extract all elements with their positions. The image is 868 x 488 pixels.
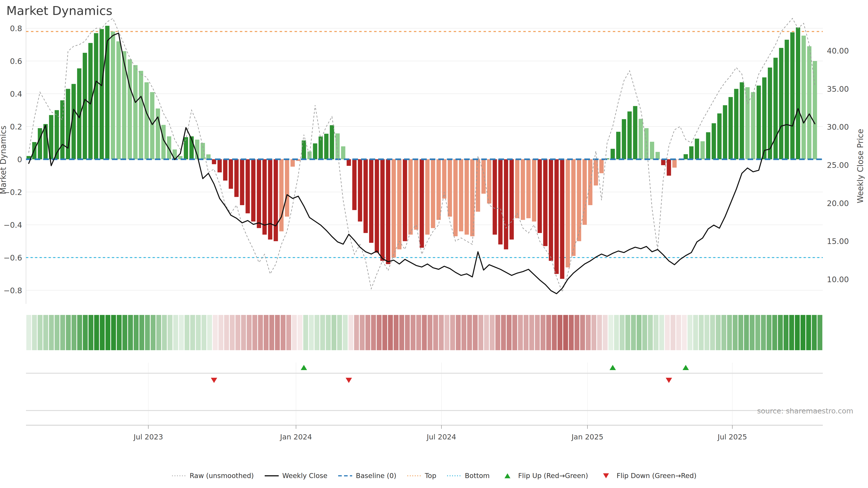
heat-cell: [569, 315, 574, 350]
legend-sample-line: [338, 473, 352, 479]
dynamics-bar: [577, 159, 581, 241]
left-axis-label: Market Dynamics: [0, 126, 8, 194]
heat-cell: [755, 315, 761, 350]
dynamics-bar: [712, 123, 716, 160]
heat-cell: [428, 315, 433, 350]
dynamics-bar: [487, 159, 491, 203]
heat-cell: [693, 315, 698, 350]
dynamics-bar: [532, 159, 536, 222]
heat-cell: [247, 315, 252, 350]
dynamics-bar: [706, 132, 710, 159]
dynamics-bar: [375, 159, 379, 253]
flip-down-marker: [346, 378, 352, 383]
flip-up-marker: [301, 365, 307, 370]
legend-sample-line: [264, 473, 279, 479]
dynamics-bar: [246, 159, 250, 213]
dynamics-bar: [201, 143, 205, 160]
heat-cell: [252, 315, 257, 350]
heat-cell: [806, 315, 811, 350]
dynamics-bar: [251, 159, 255, 222]
flip-up-marker: [610, 365, 616, 370]
dynamics-bar: [60, 100, 65, 159]
dynamics-bar: [802, 36, 806, 159]
left-tick-label: −0.2: [3, 188, 22, 197]
heat-cell: [676, 315, 681, 350]
dynamics-bar: [425, 159, 430, 235]
heat-cell: [388, 315, 393, 350]
dynamics-bar: [139, 71, 143, 160]
heat-cell: [174, 315, 178, 350]
heat-cell: [100, 315, 105, 350]
dynamics-bar: [599, 159, 603, 173]
heat-cell: [320, 315, 325, 350]
dynamics-bar: [380, 159, 385, 261]
dynamics-bar: [717, 113, 721, 159]
heat-cell: [156, 315, 161, 350]
dynamics-bar: [150, 92, 154, 159]
dynamics-bar: [128, 59, 132, 159]
dynamics-bar: [364, 159, 368, 233]
dynamics-bars: [26, 26, 823, 279]
heat-cell: [411, 315, 416, 350]
dynamics-bar: [324, 134, 329, 159]
legend-label: Raw (unsmoothed): [190, 472, 254, 480]
heat-cell: [72, 315, 76, 350]
heat-cell: [580, 315, 585, 350]
heat-cell: [66, 315, 71, 350]
dynamics-bar: [414, 159, 418, 230]
heat-cell: [535, 315, 540, 350]
heat-cell: [241, 315, 246, 350]
legend-sample-triangle-down: [598, 473, 614, 479]
heat-cell: [637, 315, 642, 350]
dynamics-bar: [347, 159, 351, 166]
dynamics-bar: [145, 82, 149, 159]
heat-cell: [207, 315, 212, 350]
heat-cell: [298, 315, 303, 350]
dynamics-bar: [745, 87, 749, 159]
left-tick-label: −0.6: [3, 253, 22, 262]
dynamics-bar: [454, 159, 458, 236]
heat-cell: [767, 315, 772, 350]
right-tick-label: 15.00: [827, 237, 849, 246]
dynamics-bar: [807, 46, 811, 159]
heat-cell: [196, 315, 201, 350]
heat-cell: [151, 315, 156, 350]
heat-cell: [495, 315, 500, 350]
dynamics-bar: [38, 128, 42, 159]
dynamics-bar: [392, 159, 396, 258]
dynamics-bar: [386, 159, 390, 264]
heat-cell: [716, 315, 721, 350]
heat-cell: [462, 315, 467, 350]
dynamics-bar: [611, 149, 615, 159]
dynamics-bar: [498, 159, 502, 245]
legend-label: Flip Down (Green→Red): [617, 472, 696, 480]
heat-cell: [26, 315, 31, 350]
dynamics-bar: [341, 147, 345, 159]
heat-cell: [789, 315, 794, 350]
dynamics-bar: [622, 119, 626, 159]
legend-sample-line: [172, 473, 186, 479]
dynamics-bar: [217, 159, 222, 172]
dynamics-bar: [369, 159, 373, 243]
heat-cell: [727, 315, 732, 350]
dynamics-bar: [790, 32, 795, 159]
heat-cell: [190, 315, 195, 350]
legend-label: Top: [425, 472, 436, 480]
heatmap-strip: [26, 315, 823, 350]
heat-cell: [778, 315, 783, 350]
heat-cell: [490, 315, 495, 350]
dynamics-bar: [583, 159, 587, 225]
heat-cell: [258, 315, 263, 350]
dynamics-bar: [515, 159, 520, 218]
x-tick-label: Jul 2024: [426, 433, 456, 441]
right-tick-label: 30.00: [827, 123, 849, 131]
dynamics-bar: [83, 53, 87, 159]
heat-cell: [484, 315, 489, 350]
left-tick-label: 0: [17, 155, 22, 164]
heat-cell: [105, 315, 111, 350]
heat-cell: [83, 315, 88, 350]
heat-cell: [162, 315, 167, 350]
heat-cell: [501, 315, 506, 350]
heat-cell: [614, 315, 619, 350]
dynamics-bar: [336, 133, 340, 159]
